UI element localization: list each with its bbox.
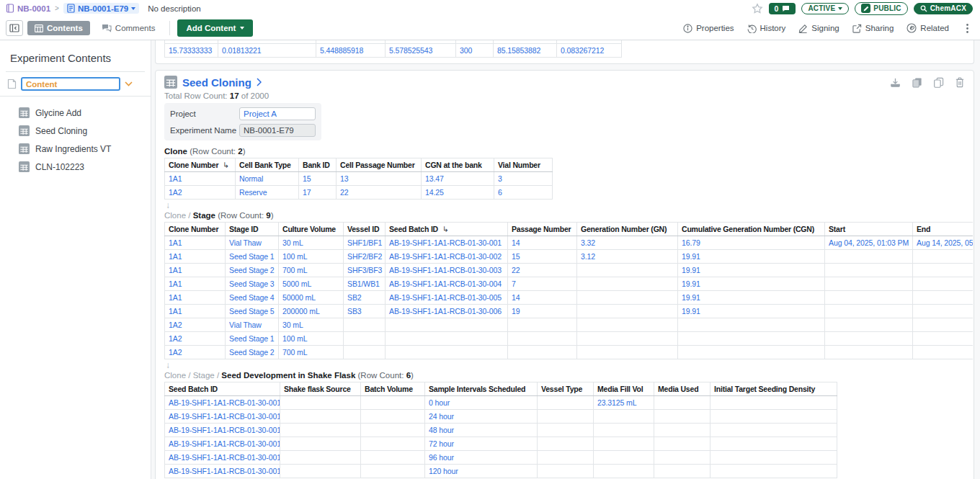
- section-title[interactable]: Seed Cloning: [182, 76, 251, 89]
- column-header-initial-target-seeding-density[interactable]: Initial Target Seeding Density: [710, 382, 837, 396]
- table-cell-value[interactable]: AB-19-SHF1-1A1-RCB-01-30-005: [386, 291, 508, 305]
- table-cell-value[interactable]: 19.91: [678, 291, 825, 305]
- table-cell-value[interactable]: Normal: [236, 172, 299, 186]
- path-link-clone[interactable]: Clone: [164, 211, 186, 220]
- table-cell-value[interactable]: AB-19-SHF1-1A1-RCB-01-30-001: [165, 424, 280, 437]
- table-cell-value[interactable]: 100 mL: [279, 250, 344, 264]
- table-cell-value[interactable]: AB-19-SHF1-1A1-RCB-01-30-001: [165, 451, 280, 465]
- table-cell-value[interactable]: 1A2: [165, 318, 226, 332]
- table-cell-value[interactable]: 48 hour: [425, 424, 538, 437]
- table-cell-value[interactable]: AB-19-SHF1-1A1-RCB-01-30-001: [165, 465, 280, 478]
- sharing-button[interactable]: Sharing: [852, 24, 894, 33]
- table-cell-value[interactable]: 15: [508, 250, 577, 264]
- table-cell-value[interactable]: 1A1: [165, 291, 226, 305]
- experiment-selector[interactable]: NB-0001-E79: [63, 3, 139, 14]
- column-header-clone-number[interactable]: Clone Number: [165, 223, 226, 236]
- table-cell-value[interactable]: Seed Stage 2: [226, 264, 279, 277]
- column-header-end[interactable]: End: [913, 223, 974, 236]
- table-cell-value[interactable]: 1A2: [165, 346, 226, 359]
- related-button[interactable]: Related: [906, 23, 949, 33]
- table-cell-value[interactable]: 0.083267212: [557, 44, 622, 58]
- column-header-clone-number[interactable]: Clone Number↳: [165, 158, 236, 172]
- download-button[interactable]: [890, 77, 901, 88]
- notebook-link[interactable]: NB-0001: [6, 4, 50, 13]
- column-header-start[interactable]: Start: [825, 223, 913, 236]
- table-cell-value[interactable]: 72 hour: [425, 437, 538, 451]
- tab-contents[interactable]: Contents: [27, 21, 90, 35]
- sidebar-item-seed-cloning[interactable]: Seed Cloning: [0, 122, 151, 140]
- table-cell-value[interactable]: Reserve: [236, 186, 299, 200]
- table-cell-value[interactable]: 19.91: [678, 250, 825, 264]
- table-cell-value[interactable]: 5.448885918: [316, 44, 386, 58]
- column-header-generation-number-gn-[interactable]: Generation Number (GN): [577, 223, 678, 236]
- column-header-vessel-type[interactable]: Vessel Type: [538, 382, 594, 396]
- table-cell-value[interactable]: 0 hour: [425, 396, 538, 410]
- table-cell-value[interactable]: Aug 04, 2025, 01:03 PM: [825, 236, 913, 250]
- table-cell-value[interactable]: 1A1: [165, 277, 226, 291]
- column-header-seed-batch-id[interactable]: Seed Batch ID: [165, 382, 280, 396]
- table-cell-value[interactable]: AB-19-SHF1-1A1-RCB-01-30-002: [386, 250, 508, 264]
- properties-button[interactable]: Properties: [683, 24, 734, 33]
- table-cell-value[interactable]: 5000 mL: [279, 277, 344, 291]
- table-cell-value[interactable]: 6: [494, 186, 553, 200]
- column-header-cell-bank-type[interactable]: Cell Bank Type: [236, 158, 299, 172]
- table-cell-value[interactable]: SB3: [344, 305, 386, 318]
- column-header-culture-volume[interactable]: Culture Volume: [279, 223, 344, 236]
- content-filter-dropdown[interactable]: [21, 77, 120, 91]
- table-cell-value[interactable]: 700 mL: [279, 346, 344, 359]
- table-cell-value[interactable]: 700 mL: [279, 264, 344, 277]
- table-cell-value[interactable]: 19.91: [678, 264, 825, 277]
- path-link-clone[interactable]: Clone: [164, 371, 186, 380]
- table-cell-value[interactable]: 0.01813221: [218, 44, 316, 58]
- table-cell-value[interactable]: AB-19-SHF1-1A1-RCB-01-30-001: [165, 410, 280, 424]
- table-cell-value[interactable]: Seed Stage 3: [226, 277, 279, 291]
- table-cell-value[interactable]: SB1/WB1: [344, 277, 386, 291]
- column-header-bank-id[interactable]: Bank ID: [299, 158, 337, 172]
- table-cell-value[interactable]: SHF1/BF1: [344, 236, 386, 250]
- table-cell-value[interactable]: 1A1: [165, 264, 226, 277]
- table-cell-value[interactable]: 1A1: [165, 236, 226, 250]
- path-link-stage[interactable]: Stage: [193, 371, 215, 380]
- table-cell-value[interactable]: SB2: [344, 291, 386, 305]
- signing-button[interactable]: Signing: [798, 24, 839, 33]
- project-input[interactable]: [239, 107, 316, 120]
- table-cell-value[interactable]: 22: [508, 264, 577, 277]
- chevron-down-icon[interactable]: [125, 81, 133, 86]
- table-cell-value[interactable]: 15: [299, 172, 337, 186]
- tab-comments[interactable]: Comments: [94, 21, 163, 35]
- table-cell-value[interactable]: 16.79: [678, 236, 825, 250]
- column-header-passage-number[interactable]: Passage Number: [508, 223, 577, 236]
- duplicate-button[interactable]: [912, 77, 922, 88]
- history-button[interactable]: History: [747, 24, 786, 33]
- copy-button[interactable]: [933, 77, 944, 88]
- column-header-vial-number[interactable]: Vial Number: [494, 158, 553, 172]
- table-cell-value[interactable]: 14: [508, 236, 577, 250]
- table-cell-value[interactable]: 100 mL: [279, 332, 344, 346]
- table-cell-value[interactable]: 23.3125 mL: [594, 396, 654, 410]
- table-cell-value[interactable]: 85.15853882: [494, 44, 557, 58]
- visibility-button[interactable]: PUBLIC: [855, 2, 907, 15]
- table-cell-value[interactable]: 24 hour: [425, 410, 538, 424]
- table-cell-value[interactable]: 300: [456, 44, 494, 58]
- table-cell-value[interactable]: 15.73333333: [165, 44, 218, 58]
- chemacx-button[interactable]: ChemACX: [914, 3, 973, 14]
- table-cell-value[interactable]: 1A1: [165, 250, 226, 264]
- table-cell-value[interactable]: Aug 14, 2025, 05:09 PM: [913, 236, 974, 250]
- table-cell-value[interactable]: AB-19-SHF1-1A1-RCB-01-30-004: [386, 277, 508, 291]
- table-cell-value[interactable]: 3.12: [577, 250, 678, 264]
- column-header-media-fill-vol[interactable]: Media Fill Vol: [594, 382, 654, 396]
- table-cell-value[interactable]: 14: [508, 291, 577, 305]
- table-cell-value[interactable]: 17: [299, 186, 337, 200]
- comment-count-button[interactable]: 0: [769, 3, 796, 14]
- table-cell-value[interactable]: 1A2: [165, 332, 226, 346]
- table-cell-value[interactable]: 1A1: [165, 172, 236, 186]
- table-cell-value[interactable]: 30 mL: [279, 318, 344, 332]
- more-options-button[interactable]: [963, 22, 971, 35]
- table-cell-value[interactable]: Seed Stage 1: [226, 332, 279, 346]
- table-cell-value[interactable]: 50000 mL: [279, 291, 344, 305]
- table-cell-value[interactable]: Seed Stage 4: [226, 291, 279, 305]
- table-cell-value[interactable]: Vial Thaw: [226, 318, 279, 332]
- table-cell-value[interactable]: Vial Thaw: [226, 236, 279, 250]
- sidebar-item-raw-ingredients-vt[interactable]: Raw Ingredients VT: [0, 140, 151, 158]
- table-cell-value[interactable]: Seed Stage 1: [226, 250, 279, 264]
